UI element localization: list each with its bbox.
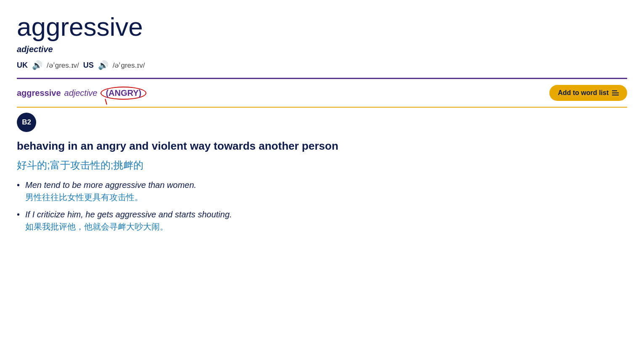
- us-ipa: /əˈgres.ɪv/: [113, 61, 145, 70]
- gold-divider: [17, 107, 627, 108]
- entry-pos: adjective: [64, 88, 98, 98]
- word-title: aggressive: [17, 13, 627, 41]
- level-badge: B2: [17, 113, 36, 132]
- example-1-en: Men tend to be more aggressive than wome…: [25, 180, 627, 190]
- word-pos: adjective: [17, 45, 627, 54]
- list-icon: [612, 90, 619, 95]
- pronunciation-row: UK 🔊 /əˈgres.ɪv/ US 🔊 /əˈgres.ɪv/: [17, 60, 627, 70]
- example-item-2: If I criticize him, he gets aggressive a…: [17, 210, 627, 232]
- examples-list: Men tend to be more aggressive than wome…: [17, 180, 627, 232]
- uk-audio-icon[interactable]: 🔊: [32, 60, 42, 70]
- example-item-1: Men tend to be more aggressive than wome…: [17, 180, 627, 203]
- add-to-word-list-button[interactable]: Add to word list: [549, 85, 627, 101]
- add-word-label: Add to word list: [558, 89, 609, 97]
- example-1-zh: 男性往往比女性更具有攻击性。: [25, 192, 627, 203]
- entry-header-left: aggressive adjective (ANGRY): [17, 87, 146, 100]
- uk-label: UK: [17, 61, 28, 70]
- us-audio-icon[interactable]: 🔊: [98, 60, 109, 70]
- example-2-en: If I criticize him, he gets aggressive a…: [25, 210, 627, 219]
- main-translation: 好斗的;富于攻击性的;挑衅的: [17, 158, 627, 172]
- entry-word: aggressive: [17, 88, 61, 98]
- uk-ipa: /əˈgres.ɪv/: [47, 61, 79, 70]
- example-2-zh: 如果我批评他，他就会寻衅大吵大闹。: [25, 221, 627, 232]
- us-label: US: [83, 61, 94, 70]
- entry-header: aggressive adjective (ANGRY) Add to word…: [17, 79, 627, 103]
- entry-tag: (ANGRY): [101, 87, 146, 100]
- main-definition: behaving in an angry and violent way tow…: [17, 139, 627, 153]
